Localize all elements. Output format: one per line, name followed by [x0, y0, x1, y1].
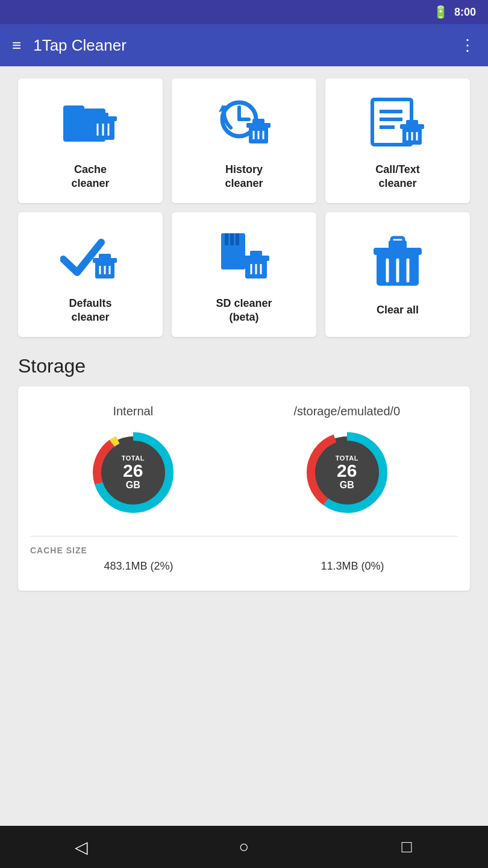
main-content: Cachecleaner	[0, 66, 488, 826]
svg-rect-28	[99, 254, 111, 259]
app-title: 1Tap Cleaner	[33, 36, 448, 55]
svg-rect-12	[252, 119, 264, 124]
svg-rect-4	[96, 113, 108, 118]
bottom-nav: ◁ ○ □	[0, 826, 488, 868]
svg-rect-1	[63, 105, 84, 114]
internal-donut: TOTAL 26 GB	[88, 427, 178, 518]
hamburger-icon[interactable]: ≡	[12, 36, 21, 55]
internal-storage-item: Internal	[88, 404, 178, 518]
cache-size-label: CACHE SIZE	[30, 546, 458, 555]
internal-donut-center: TOTAL 26 GB	[122, 454, 145, 491]
sd-cleaner-icon	[214, 227, 274, 288]
history-cleaner-card[interactable]: Historycleaner	[172, 78, 316, 203]
sd-cleaner-label: SD cleaner(beta)	[216, 297, 272, 325]
internal-cache-size: 483.1MB (2%)	[104, 560, 173, 573]
clear-all-icon	[368, 234, 428, 294]
clear-all-card[interactable]: Clear all	[325, 212, 470, 337]
external-donut-center: TOTAL 26 GB	[336, 454, 358, 491]
more-options-icon[interactable]: ⋮	[460, 36, 476, 55]
defaults-cleaner-label: Defaultscleaner	[69, 297, 111, 325]
recent-button[interactable]: □	[392, 832, 422, 862]
status-bar: 🔋 8:00	[0, 0, 488, 24]
storage-section: Storage Internal	[18, 355, 470, 591]
svg-rect-22	[406, 120, 418, 125]
cache-cleaner-label: Cachecleaner	[71, 163, 109, 191]
external-cache-size: 11.3MB (0%)	[321, 560, 384, 573]
status-time: 8:00	[454, 6, 476, 19]
storage-card: Internal	[18, 386, 470, 591]
calltext-cleaner-card[interactable]: Call/Textcleaner	[325, 78, 470, 203]
cache-cleaner-icon	[60, 93, 120, 154]
defaults-cleaner-card[interactable]: Defaultscleaner	[18, 212, 163, 337]
calltext-cleaner-icon	[368, 93, 428, 154]
storage-charts: Internal	[30, 404, 458, 518]
cache-size-values: 483.1MB (2%) 11.3MB (0%)	[30, 560, 458, 573]
history-cleaner-label: Historycleaner	[225, 163, 263, 191]
app-bar: ≡ 1Tap Cleaner ⋮	[0, 24, 488, 66]
svg-rect-35	[236, 233, 239, 245]
svg-rect-34	[230, 233, 234, 245]
clear-all-label: Clear all	[377, 303, 419, 317]
sd-cleaner-card[interactable]: SD cleaner(beta)	[172, 212, 316, 337]
cleaner-grid: Cachecleaner	[18, 78, 470, 337]
external-storage-label: /storage/emulated/0	[293, 404, 400, 418]
external-storage-item: /storage/emulated/0	[293, 404, 400, 518]
svg-rect-38	[250, 251, 262, 257]
cache-cleaner-card[interactable]: Cachecleaner	[18, 78, 163, 203]
svg-rect-45	[392, 237, 404, 242]
svg-rect-33	[225, 233, 228, 245]
cache-size-section: CACHE SIZE 483.1MB (2%) 11.3MB (0%)	[30, 536, 458, 573]
internal-storage-label: Internal	[113, 404, 153, 418]
calltext-cleaner-label: Call/Textcleaner	[375, 163, 420, 191]
storage-title: Storage	[18, 355, 470, 377]
history-cleaner-icon	[214, 93, 274, 154]
home-button[interactable]: ○	[229, 832, 259, 862]
battery-icon: 🔋	[433, 5, 448, 19]
back-button[interactable]: ◁	[66, 832, 96, 862]
defaults-cleaner-icon	[60, 227, 120, 288]
external-donut: TOTAL 26 GB	[302, 427, 392, 518]
